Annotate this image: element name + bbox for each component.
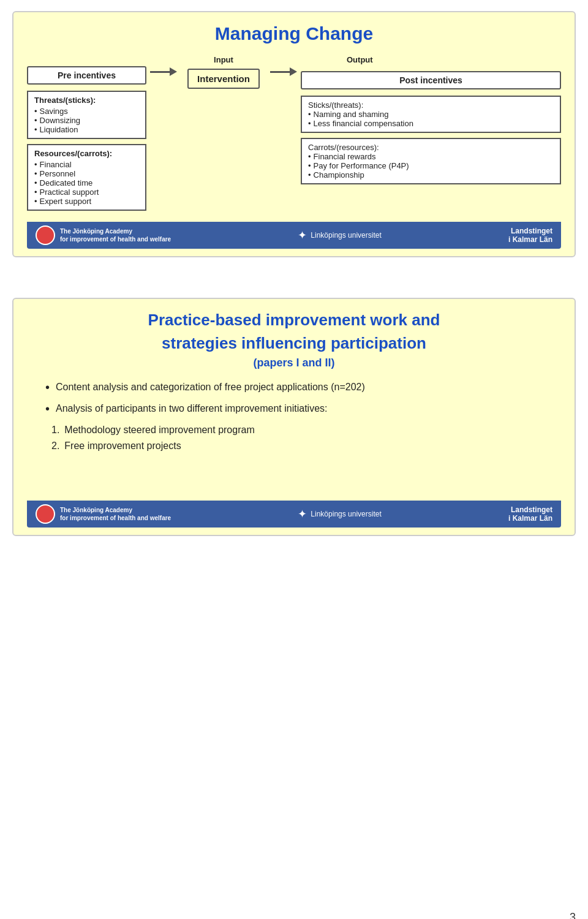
footer-org-name: The Jönköping Academy <box>60 227 171 235</box>
slide-2-bullet-2: • Analysis of participants in two differ… <box>45 403 543 416</box>
carrots-box: Carrots/(resources): Financial rewards P… <box>301 138 561 184</box>
slide-1: Managing Change Pre incentives Threats/(… <box>12 11 576 257</box>
pre-incentives-label: Pre incentives <box>58 70 116 80</box>
resources-item-5: Expert support <box>34 197 139 206</box>
threats-box: Threats/(sticks): Savings Downsizing Liq… <box>27 91 146 139</box>
footer-center-text: ✦ Linköpings universitet <box>298 229 381 242</box>
carrots-item-2: Pay for Performance (P4P) <box>308 161 554 170</box>
slide-1-title: Managing Change <box>27 23 561 44</box>
sticks-item-2: Less financial compensation <box>308 119 554 128</box>
carrots-item-1: Financial rewards <box>308 152 554 161</box>
arrow-1 <box>150 67 177 76</box>
sticks-box: Sticks/(threats): Naming and shaming Les… <box>301 96 561 133</box>
slide-2-footer: The Jönköping Academy for improvement of… <box>27 501 561 528</box>
bullet-dot-2: • <box>45 402 50 416</box>
sticks-title: Sticks/(threats): <box>308 100 554 110</box>
slide-2-subtitle: (papers I and II) <box>27 357 561 369</box>
slide-2-body: • Content analysis and categorization of… <box>27 382 561 452</box>
threats-item-2: Downsizing <box>34 116 139 125</box>
footer2-left-text: The Jönköping Academy for improvement of… <box>60 506 171 522</box>
footer2-right-label: Landstinget i Kalmar Län <box>508 505 552 523</box>
footer-right-label: Landstinget i Kalmar Län <box>508 227 552 244</box>
footer2-org-name: The Jönköping Academy <box>60 506 171 514</box>
slide-2-title-line2: strategies influencing participation <box>27 333 561 354</box>
footer-center-label: Linköpings universitet <box>311 231 381 240</box>
bullet-text-2: Analysis of participants in two differen… <box>56 403 327 414</box>
footer2-org-sub: for improvement of health and welfare <box>60 514 171 522</box>
jonkoping2-logo-circle <box>36 504 55 524</box>
footer2-center-text: ✦ Linköpings universitet <box>298 507 381 521</box>
bullet-text-1: Content analysis and categorization of f… <box>56 382 365 393</box>
resources-item-2: Personnel <box>34 169 139 178</box>
footer-left-text: The Jönköping Academy for improvement of… <box>60 227 171 243</box>
arrow-2 <box>270 67 297 76</box>
sticks-item-1: Naming and shaming <box>308 110 554 119</box>
slide-2-numbered-2: 2. Free improvement projects <box>45 441 543 452</box>
output-label: Output <box>347 55 373 66</box>
carrots-title: Carrots/(resources): <box>308 143 554 152</box>
page-number: 3 <box>570 911 576 919</box>
threats-item-1: Savings <box>34 107 139 116</box>
intervention-box: Intervention <box>187 69 260 89</box>
page: Managing Change Pre incentives Threats/(… <box>0 11 588 919</box>
resources-title: Resources/(carrots): <box>34 149 139 158</box>
num-2: 2. <box>51 441 59 452</box>
post-incentives-label: Post incentives <box>399 75 462 85</box>
footer-org-sub: for improvement of health and welfare <box>60 235 171 243</box>
post-incentives-box: Post incentives <box>301 71 561 89</box>
slide-2-title-block: Practice-based improvement work and stra… <box>27 310 561 369</box>
resources-box: Resources/(carrots): Financial Personnel… <box>27 144 146 211</box>
right-column: Output Post incentives Sticks/(threats):… <box>301 55 561 184</box>
carrots-item-3: Championship <box>308 170 554 180</box>
threats-item-3: Liquidation <box>34 125 139 134</box>
resources-item-1: Financial <box>34 160 139 169</box>
bullet-dot-1: • <box>45 380 50 395</box>
resources-item-3: Dedicated time <box>34 178 139 187</box>
footer2-left-logo: The Jönköping Academy for improvement of… <box>36 504 171 524</box>
intervention-label: Intervention <box>197 74 250 84</box>
slide-2-title-line1: Practice-based improvement work and <box>27 310 561 331</box>
input-label: Input <box>214 55 233 66</box>
numbered-text-2: Free improvement projects <box>64 441 181 452</box>
num-1: 1. <box>51 425 59 436</box>
linkoping-icon: ✦ <box>298 229 307 242</box>
slide-2: Practice-based improvement work and stra… <box>12 298 576 536</box>
slide-1-footer: The Jönköping Academy for improvement of… <box>27 222 561 249</box>
footer-right-text: Landstinget i Kalmar Län <box>508 227 552 244</box>
footer2-center-label: Linköpings universitet <box>311 510 381 518</box>
threats-title: Threats/(sticks): <box>34 96 139 105</box>
resources-item-4: Practical support <box>34 187 139 197</box>
slide-2-numbered-1: 1. Methodology steered improvement progr… <box>45 425 543 436</box>
left-column: Pre incentives Threats/(sticks): Savings… <box>27 55 146 214</box>
slide-2-bullet-1: • Content analysis and categorization of… <box>45 382 543 395</box>
jonkoping-logo-circle <box>36 225 55 245</box>
footer-left-logo: The Jönköping Academy for improvement of… <box>36 225 171 245</box>
linkoping2-icon: ✦ <box>298 507 307 521</box>
footer2-right-text: Landstinget i Kalmar Län <box>508 505 552 523</box>
pre-incentives-box: Pre incentives <box>27 66 146 85</box>
numbered-text-1: Methodology steered improvement program <box>64 425 254 436</box>
center-column: Input Intervention <box>181 55 266 89</box>
